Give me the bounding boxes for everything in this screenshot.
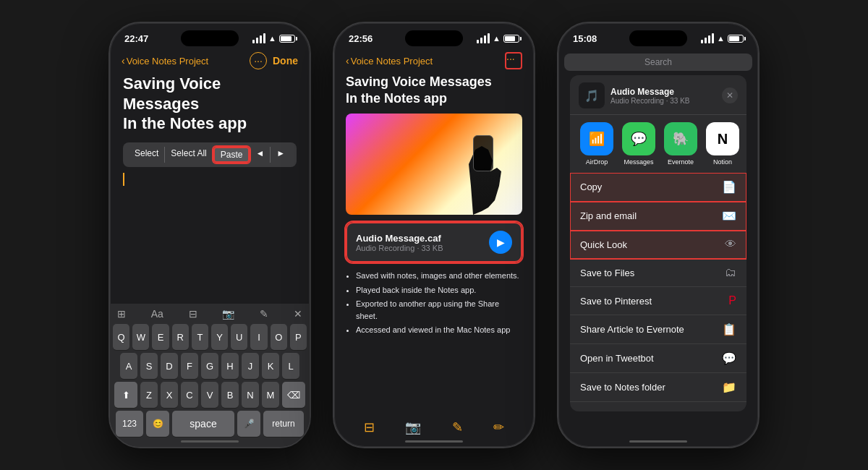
share-file-info: Audio Message Audio Recording · 33 KB <box>610 87 722 105</box>
key-j[interactable]: J <box>242 353 259 379</box>
key-u[interactable]: U <box>231 324 247 350</box>
key-123[interactable]: 123 <box>116 411 143 437</box>
key-p[interactable]: P <box>290 324 307 350</box>
share-action-quicklook[interactable]: Quick Look 👁 <box>570 231 746 259</box>
close-icon[interactable]: ✕ <box>294 308 302 320</box>
evernote-icon: 🐘 <box>664 122 697 155</box>
home-indicator-3 <box>629 440 687 443</box>
play-button[interactable]: ▶ <box>489 231 512 254</box>
signal-icon-3 <box>701 33 714 43</box>
key-g[interactable]: G <box>201 353 218 379</box>
bullet-item-3: Exported to another app using the Share … <box>356 298 522 322</box>
tweetbot-label: Open in Tweetbot <box>580 353 654 364</box>
key-emoji[interactable]: 😊 <box>146 411 169 437</box>
key-c[interactable]: C <box>181 382 198 408</box>
status-icons-3: ▲ <box>701 33 744 43</box>
key-return[interactable]: return <box>263 411 304 437</box>
key-y[interactable]: Y <box>211 324 228 350</box>
key-e[interactable]: E <box>152 324 169 350</box>
time-2: 22:56 <box>349 33 373 44</box>
share-apps-row: 📶 AirDrop 💬 Messages 🐘 Evernote <box>570 115 746 173</box>
share-action-omnifocus[interactable]: OmniFocus Project Templates ☰ <box>570 402 746 411</box>
bullet-list: Saved with notes, images and other eleme… <box>346 270 522 336</box>
key-k[interactable]: K <box>262 353 279 379</box>
tweetbot-icon: 💬 <box>722 351 736 365</box>
context-paste[interactable]: Paste <box>213 147 250 163</box>
compose-toolbar-icon[interactable]: ✎ <box>452 419 463 435</box>
format-icon[interactable]: ⊟ <box>189 308 197 320</box>
share-action-notes[interactable]: Save to Notes folder 📁 <box>570 373 746 402</box>
keyboard-toolbar: ⊞ Aa ⊟ 📷 ✎ ✕ <box>113 308 307 324</box>
key-f[interactable]: F <box>181 353 198 379</box>
key-m[interactable]: M <box>262 382 279 408</box>
key-t[interactable]: T <box>192 324 208 350</box>
key-n[interactable]: N <box>242 382 259 408</box>
nav-back-label-2: Voice Notes Project <box>351 56 433 67</box>
messages-label: Messages <box>624 158 653 166</box>
key-w[interactable]: W <box>132 324 149 350</box>
context-arrow-left[interactable]: ◄ <box>250 147 271 163</box>
share-close-button[interactable]: ✕ <box>722 87 738 103</box>
dynamic-island-1 <box>181 30 239 46</box>
key-delete[interactable]: ⌫ <box>282 382 305 408</box>
key-mic[interactable]: 🎤 <box>237 411 260 437</box>
font-icon[interactable]: Aa <box>151 308 163 320</box>
audio-card[interactable]: Audio Message.caf Audio Recording · 33 K… <box>346 222 522 262</box>
context-select[interactable]: Select <box>129 147 165 163</box>
pinterest-icon: P <box>728 294 736 307</box>
key-r[interactable]: R <box>172 324 189 350</box>
key-o[interactable]: O <box>271 324 287 350</box>
search-bar[interactable]: Search <box>564 54 752 71</box>
key-b[interactable]: B <box>221 382 239 408</box>
share-action-copy[interactable]: Copy 📄 <box>570 173 746 202</box>
camera-icon[interactable]: 📷 <box>222 308 234 320</box>
dynamic-island-2 <box>405 30 463 46</box>
done-button-1[interactable]: Done <box>273 55 298 67</box>
save-files-label: Save to Files <box>580 268 634 278</box>
signal-icon-2 <box>477 33 490 43</box>
keyboard-row-asdf: A S D F G H J K L <box>113 353 307 379</box>
context-select-all[interactable]: Select All <box>165 147 213 163</box>
phone-2: 22:56 ▲ ‹ Voice Notes Project ··· <box>333 22 535 448</box>
grid-icon[interactable]: ⊞ <box>117 308 126 320</box>
status-icons-1: ▲ <box>252 33 295 43</box>
pinterest-label: Save to Pinterest <box>580 296 652 307</box>
share-app-airdrop[interactable]: 📶 AirDrop <box>579 122 615 166</box>
back-button-1[interactable]: ‹ Voice Notes Project <box>122 55 208 67</box>
share-action-save-files[interactable]: Save to Files 🗂 <box>570 259 746 287</box>
share-app-messages[interactable]: 💬 Messages <box>621 122 657 166</box>
key-shift[interactable]: ⬆ <box>114 382 137 408</box>
bullet-item-1: Saved with notes, images and other eleme… <box>356 270 522 282</box>
context-arrow-right[interactable]: ► <box>271 147 291 163</box>
key-i[interactable]: I <box>250 324 267 350</box>
share-action-zip[interactable]: Zip and email ✉️ <box>570 202 746 231</box>
battery-icon-3 <box>728 35 744 43</box>
key-s[interactable]: S <box>140 353 158 379</box>
camera-toolbar-icon[interactable]: 📷 <box>405 419 421 435</box>
bullet-item-4: Accessed and viewed in the Mac Notes app <box>356 324 522 336</box>
share-app-evernote[interactable]: 🐘 Evernote <box>663 122 699 166</box>
key-z[interactable]: Z <box>140 382 158 408</box>
key-a[interactable]: A <box>120 353 137 379</box>
nav-dots-button-1[interactable]: ··· <box>250 52 267 69</box>
chevron-left-icon-1: ‹ <box>122 55 125 67</box>
key-l[interactable]: L <box>282 353 299 379</box>
key-v[interactable]: V <box>201 382 218 408</box>
key-space[interactable]: space <box>172 411 234 437</box>
time-3: 15:08 <box>573 33 597 44</box>
share-action-evernote[interactable]: Share Article to Evernote 📋 <box>570 315 746 344</box>
format-toolbar-icon[interactable]: ⊟ <box>364 419 375 435</box>
share-action-pinterest[interactable]: Save to Pinterest P <box>570 287 746 315</box>
text-cursor <box>123 173 124 186</box>
share-app-notion[interactable]: N Notion <box>705 122 741 166</box>
share-action-tweetbot[interactable]: Open in Tweetbot 💬 <box>570 344 746 373</box>
compose-icon[interactable]: ✎ <box>260 308 268 320</box>
key-x[interactable]: X <box>161 382 178 408</box>
battery-icon-1 <box>279 35 295 43</box>
key-d[interactable]: D <box>161 353 178 379</box>
key-q[interactable]: Q <box>113 324 129 350</box>
edit-toolbar-icon[interactable]: ✏ <box>493 419 504 435</box>
nav-dots-button-2[interactable]: ··· <box>505 52 522 69</box>
key-h[interactable]: H <box>221 353 239 379</box>
back-button-2[interactable]: ‹ Voice Notes Project <box>346 55 433 67</box>
